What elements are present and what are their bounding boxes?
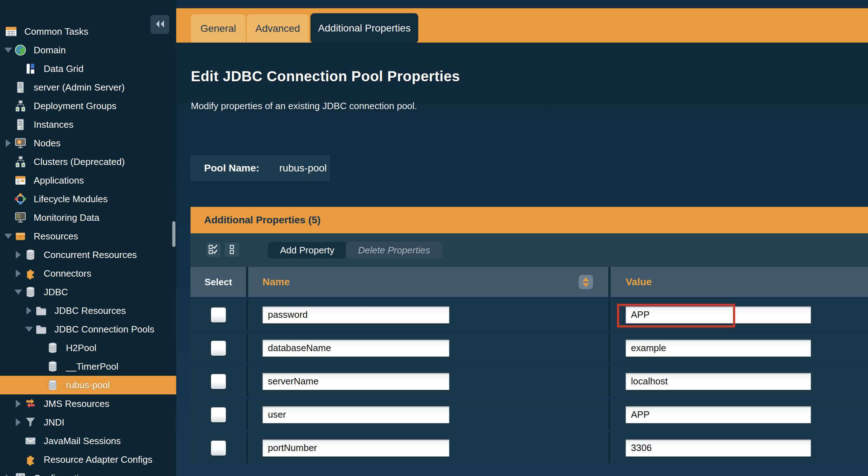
tree-expander-closed-icon[interactable] xyxy=(24,307,34,315)
tree-expander-closed-icon[interactable] xyxy=(4,474,13,476)
tree-item-label: JMS Resources xyxy=(44,398,110,409)
table-row xyxy=(191,299,868,330)
property-value-input[interactable] xyxy=(626,306,811,324)
tree-item-deployment-groups[interactable]: Deployment Groups xyxy=(0,97,176,115)
value-cell xyxy=(611,432,868,463)
tree-expander-closed-icon[interactable] xyxy=(14,269,23,277)
cluster-icon xyxy=(14,156,26,168)
tree-item-connectors[interactable]: Connectors xyxy=(0,264,176,283)
property-value-input[interactable] xyxy=(626,340,811,357)
tree-expander-open-icon[interactable] xyxy=(4,48,13,53)
delete-properties-button[interactable]: Delete Properties xyxy=(346,242,442,258)
select-all-button[interactable] xyxy=(206,243,221,257)
table-header-row: Select Name Value xyxy=(191,267,868,297)
row-checkbox[interactable] xyxy=(211,307,226,322)
tree-item-concurrent-resources[interactable]: Concurrent Resources xyxy=(0,246,176,264)
tree-item-rubus-pool[interactable]: rubus-pool xyxy=(0,376,176,394)
tree-item-label: server (Admin Server) xyxy=(34,82,125,93)
value-cell xyxy=(611,366,868,397)
tree-item-label: Instances xyxy=(34,119,73,130)
property-value-input[interactable] xyxy=(626,406,811,423)
tree-expander-open-icon[interactable] xyxy=(4,234,13,239)
row-checkbox[interactable] xyxy=(211,374,226,389)
tree-item-common-tasks[interactable]: Common Tasks xyxy=(0,22,176,41)
tab-advanced[interactable]: Advanced xyxy=(247,14,309,43)
table-row xyxy=(191,332,868,364)
sidebar-collapse-button[interactable] xyxy=(150,15,169,34)
tree-expander-open-icon[interactable] xyxy=(24,327,34,332)
tree-item-label: Applications xyxy=(34,175,84,186)
tree-item-applications[interactable]: Applications xyxy=(0,171,176,190)
sort-toggle-button[interactable] xyxy=(579,275,593,289)
tree-item-server-admin-server[interactable]: server (Admin Server) xyxy=(0,78,176,97)
add-property-button[interactable]: Add Property xyxy=(268,242,347,258)
tree-item-label: Lifecycle Modules xyxy=(34,194,108,205)
db-icon xyxy=(47,342,59,354)
tree-item-label: JDBC xyxy=(44,287,68,298)
pool-name-value: rubus-pool xyxy=(279,162,327,174)
tree-item-clusters-deprecated[interactable]: Clusters (Deprecated) xyxy=(0,152,176,171)
row-checkbox[interactable] xyxy=(211,341,226,356)
property-value-input[interactable] xyxy=(626,439,811,457)
tree-item-label: Configurations xyxy=(34,473,94,476)
tree-item-resources[interactable]: Resources xyxy=(0,227,176,246)
tree-item-jdbc-connection-pools[interactable]: JDBC Connection Pools xyxy=(0,320,176,339)
row-checkbox[interactable] xyxy=(211,407,226,422)
select-cell xyxy=(191,299,248,330)
tree-item-label: Domain xyxy=(34,45,66,56)
row-checkbox[interactable] xyxy=(211,441,226,456)
property-name-input[interactable] xyxy=(262,306,449,324)
property-value-input[interactable] xyxy=(626,373,811,390)
tab-general[interactable]: General xyxy=(191,14,246,43)
tree-expander-closed-icon[interactable] xyxy=(14,251,23,259)
table-body xyxy=(191,299,868,463)
tab-additional-properties[interactable]: Additional Properties xyxy=(310,13,418,43)
properties-table: Select Name Value xyxy=(191,267,868,463)
tree-item-jdbc[interactable]: JDBC xyxy=(0,283,176,301)
tree-item-nodes[interactable]: Nodes xyxy=(0,134,176,152)
value-cell xyxy=(611,299,868,330)
tree-item-label: Common Tasks xyxy=(24,26,88,37)
tree-expander-closed-icon[interactable] xyxy=(4,139,13,147)
tree-item-h2pool[interactable]: H2Pool xyxy=(0,339,176,357)
sort-ascending-icon xyxy=(583,277,589,281)
table-toolbar: Add Property Delete Properties xyxy=(191,233,868,267)
tree-item-label: __TimerPool xyxy=(66,361,118,372)
tree-item-jdbc-resources[interactable]: JDBC Resources xyxy=(0,301,176,320)
select-all-icon xyxy=(208,244,218,256)
name-cell xyxy=(248,332,611,364)
tree-item-monitoring-data[interactable]: Monitoring Data xyxy=(0,208,176,227)
sidebar-scrollbar-thumb[interactable] xyxy=(172,221,175,247)
tree-item-jndi[interactable]: JNDI xyxy=(0,413,176,432)
double-left-chevron-icon xyxy=(155,20,165,29)
puzzle-icon xyxy=(24,453,37,466)
tree-expander-closed-icon[interactable] xyxy=(14,400,23,408)
tree-item-javamail-sessions[interactable]: JavaMail Sessions xyxy=(0,432,176,450)
property-name-input[interactable] xyxy=(262,340,449,357)
tree-item-instances[interactable]: Instances xyxy=(0,115,176,134)
name-cell xyxy=(248,299,611,330)
tree-item-domain[interactable]: Domain xyxy=(0,41,176,59)
content-area: Edit JDBC Connection Pool Properties Mod… xyxy=(176,43,868,476)
tree-item-data-grid[interactable]: Data Grid xyxy=(0,59,176,78)
db-icon xyxy=(24,249,37,261)
folder-icon xyxy=(35,323,47,335)
name-cell xyxy=(248,432,611,463)
property-name-input[interactable] xyxy=(262,439,449,457)
deselect-all-button[interactable] xyxy=(225,243,239,257)
property-name-input[interactable] xyxy=(262,373,449,390)
tree-item-jms-resources[interactable]: JMS Resources xyxy=(0,394,176,413)
tree-expander-closed-icon[interactable] xyxy=(14,418,23,426)
db-icon xyxy=(47,360,59,373)
config-icon xyxy=(14,472,26,476)
tree-item-resource-adapter-configs[interactable]: Resource Adapter Configs xyxy=(0,450,176,469)
tree-item-configurations[interactable]: Configurations xyxy=(0,469,176,476)
top-strip xyxy=(176,0,868,8)
property-name-input[interactable] xyxy=(262,406,449,423)
select-cell xyxy=(191,332,248,364)
tree-item-timerpool[interactable]: __TimerPool xyxy=(0,357,176,376)
nodes-icon xyxy=(14,137,26,149)
tree-item-lifecycle-modules[interactable]: Lifecycle Modules xyxy=(0,190,176,208)
table-row xyxy=(191,432,868,463)
tree-expander-open-icon[interactable] xyxy=(14,290,23,295)
